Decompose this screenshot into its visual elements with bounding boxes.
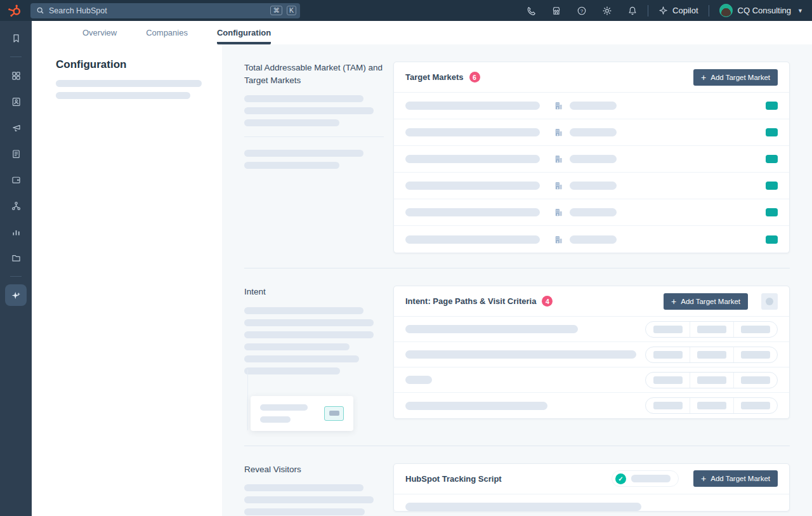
skeleton-bar: [244, 319, 374, 326]
tab-configuration[interactable]: Configuration: [217, 21, 271, 44]
sidebar-item-content[interactable]: [5, 143, 27, 164]
tab-companies[interactable]: Companies: [146, 21, 188, 44]
company-icon: [554, 101, 563, 110]
tab-overview[interactable]: Overview: [82, 21, 117, 44]
skeleton-bar: [329, 411, 339, 416]
tab-bar: Overview Companies Configuration: [32, 21, 812, 44]
card-options-button[interactable]: [761, 293, 778, 310]
sidebar-item-marketing[interactable]: [5, 117, 27, 138]
add-target-market-button[interactable]: +Add Target Market: [693, 470, 778, 487]
grid-icon: [11, 70, 22, 81]
copilot-button[interactable]: Copilot: [658, 6, 698, 15]
skeleton-bar: [653, 376, 683, 384]
intent-row: [394, 367, 789, 393]
skeleton-bar: [570, 182, 617, 190]
skeleton-bar: [244, 331, 374, 338]
skeleton-bar: [244, 367, 340, 374]
status-toggle[interactable]: [766, 208, 778, 216]
sparkle-icon: [658, 6, 668, 15]
skeleton-bar: [570, 102, 617, 110]
skeleton-bar: [570, 235, 617, 244]
criteria-pill-group: [645, 321, 778, 338]
card-title: Intent: Page Paths & Visit Criteria: [405, 296, 536, 306]
sidebar-item-crm[interactable]: [5, 91, 27, 112]
company-icon: [554, 235, 563, 244]
criteria-pill-group: [645, 372, 778, 388]
skeleton-group: [244, 307, 384, 374]
skeleton-bar: [741, 376, 770, 384]
sidebar-item-bookmarks[interactable]: [5, 27, 27, 49]
skeleton-bar: [741, 326, 770, 333]
sidebar-item-automations[interactable]: [5, 195, 27, 216]
status-toggle[interactable]: [766, 128, 778, 136]
intent-popover-wrap: [244, 396, 384, 431]
section-divider: [244, 268, 790, 268]
section-intent: Intent Intent: Page Paths & Visit: [244, 286, 790, 431]
settings-icon[interactable]: [601, 5, 612, 16]
skeleton-group: [244, 95, 384, 126]
skeleton-bar: [405, 182, 540, 190]
check-circle-icon: ✓: [615, 473, 626, 484]
target-market-rows: [394, 93, 789, 253]
panel-skeleton-group: [56, 80, 200, 99]
status-toggle[interactable]: [766, 235, 778, 244]
phone-icon[interactable]: [525, 5, 536, 16]
skeleton-bar: [244, 343, 350, 350]
status-toggle[interactable]: [766, 102, 778, 110]
target-market-row: [394, 93, 789, 119]
add-target-market-button[interactable]: +Add Target Market: [693, 69, 778, 86]
shortcut-cmd-key: ⌘: [270, 6, 282, 15]
mini-action-button[interactable]: [324, 406, 344, 421]
hubspot-logo[interactable]: [6, 3, 23, 18]
skeleton-bar: [405, 102, 540, 110]
company-icon: [554, 208, 563, 217]
section-heading: Total Addressable Market (TAM) and Targe…: [244, 62, 384, 86]
company-icon: [554, 181, 563, 190]
skeleton-bar: [653, 326, 683, 333]
notifications-icon[interactable]: [627, 5, 638, 16]
skeleton-bar: [653, 351, 683, 359]
status-toggle[interactable]: [766, 155, 778, 163]
sidebar-item-files[interactable]: [5, 247, 27, 268]
account-menu[interactable]: CQ Consulting ▼: [719, 4, 803, 17]
skeleton-bar: [570, 208, 617, 216]
placeholder-circle-icon: [766, 298, 773, 305]
add-target-market-button[interactable]: +Add Target Market: [664, 293, 748, 310]
section-heading: Reveal Visitors: [244, 463, 384, 476]
section-heading: Intent: [244, 286, 384, 298]
bookmark-icon: [11, 33, 22, 44]
help-icon[interactable]: ?: [576, 5, 587, 16]
section-tam: Total Addressable Market (TAM) and Targe…: [244, 62, 790, 253]
skeleton-bar: [697, 376, 726, 384]
left-navigation-rail: [0, 21, 32, 516]
breeze-sparkle-icon: [11, 290, 22, 301]
skeleton-bar: [405, 503, 641, 511]
configuration-content: Total Addressable Market (TAM) and Targe…: [222, 44, 812, 516]
status-toggle[interactable]: [766, 182, 778, 190]
intent-rows: [394, 317, 789, 418]
search-input[interactable]: Search HubSpot ⌘ K: [30, 3, 300, 18]
account-name: CQ Consulting: [738, 6, 792, 15]
skeleton-bar: [631, 475, 671, 482]
sidebar-item-workspaces[interactable]: [5, 65, 27, 86]
pill-cell: [733, 347, 777, 362]
pill-cell: [646, 373, 690, 388]
pill-cell: [646, 398, 690, 413]
sidebar-item-breeze[interactable]: [5, 284, 27, 306]
tracking-script-card: HubSpot Tracking Script ✓ +Add Target Ma…: [393, 463, 790, 512]
connector-line: [247, 369, 248, 430]
sidebar-item-commerce[interactable]: [5, 169, 27, 190]
page-title: Configuration: [56, 58, 200, 71]
clipboard-icon: [11, 149, 22, 159]
count-badge: 6: [469, 72, 480, 83]
marketplace-icon[interactable]: [551, 5, 561, 16]
skeleton-bar: [405, 325, 578, 333]
skeleton-group: [244, 484, 384, 515]
sidebar-item-reporting[interactable]: [5, 221, 27, 242]
pill-cell: [646, 347, 690, 362]
search-icon: [36, 6, 44, 15]
topbar-divider: [709, 5, 709, 17]
target-market-row: [394, 199, 789, 226]
skeleton-bar: [244, 95, 363, 102]
skeleton-bar: [405, 128, 540, 136]
